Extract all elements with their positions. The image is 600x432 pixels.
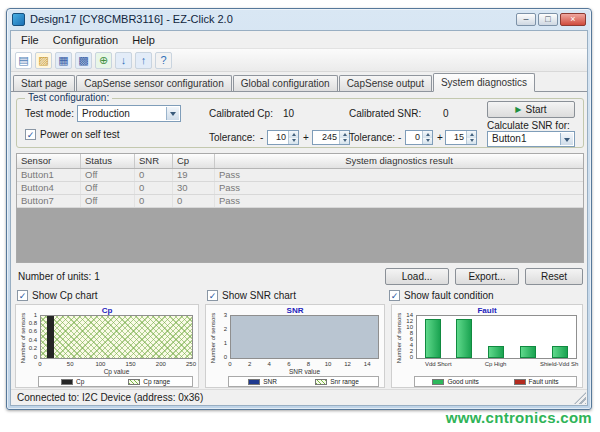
status-bar: Connected to: I2C Device (address: 0x36) <box>11 389 587 405</box>
app-window: Design17 [CY8CMBR3116] - EZ-Click 2.0 – … <box>6 8 592 410</box>
x-tick-label: 14 <box>364 361 371 367</box>
column-header[interactable]: SNR <box>135 154 173 168</box>
snr-tolerance-low-stepper[interactable]: 0 <box>405 130 433 145</box>
snr-tolerance-low-value: 0 <box>415 132 420 142</box>
snr-chart-title: SNR <box>206 306 384 315</box>
legend-swatch-icon <box>248 379 260 385</box>
cp-chart-plot <box>40 315 193 359</box>
column-header[interactable]: Status <box>81 154 135 168</box>
tab-start-page[interactable]: Start page <box>13 75 75 91</box>
table-row[interactable]: Button4Off030Pass <box>17 182 583 195</box>
start-button[interactable]: ▶ Start <box>487 101 575 118</box>
cp-tolerance-minus: - <box>260 132 263 143</box>
y-tick-label: 6 <box>392 336 413 343</box>
cp-chart-legend: CpCp range <box>38 376 193 387</box>
apply-to-device-icon[interactable]: ↓ <box>115 52 132 69</box>
spin-down-icon[interactable] <box>423 138 432 145</box>
minimize-icon[interactable]: – <box>516 13 536 26</box>
chevron-down-icon[interactable] <box>560 133 573 145</box>
legend-item: Cp range <box>128 378 170 385</box>
close-icon[interactable]: × <box>560 13 586 26</box>
snr-tolerance-label: Tolerance: <box>349 132 395 143</box>
power-on-self-test-checkbox[interactable]: ✓ Power on self test <box>25 129 119 140</box>
diagnostics-table[interactable]: SensorStatusSNRCpSystem diagnostics resu… <box>16 153 584 263</box>
calculate-snr-label: Calculate SNR for: <box>487 120 570 131</box>
maximize-icon[interactable]: □ <box>538 13 558 26</box>
cp-tolerance-high-value: 245 <box>322 132 337 142</box>
y-tick-label: 14 <box>392 312 413 319</box>
menu-bar: FileConfigurationHelp <box>11 31 587 49</box>
chevron-down-icon[interactable] <box>166 107 179 120</box>
tab-capsense-output[interactable]: CapSense output <box>339 75 432 91</box>
table-cell: 0 <box>135 195 173 207</box>
reset-button[interactable]: Reset <box>525 268 583 285</box>
cp-tolerance-high-stepper[interactable]: 245 <box>312 130 350 145</box>
column-header[interactable]: System diagnostics result <box>215 154 583 168</box>
y-tick-label: 0.2 <box>16 345 37 352</box>
open-project-icon[interactable]: ▨ <box>35 52 52 69</box>
y-tick-label: 12 <box>392 318 413 325</box>
snr-tolerance-high-stepper[interactable]: 15 <box>445 130 477 145</box>
legend-label: Cp <box>76 378 84 385</box>
save-all-icon[interactable]: ▩ <box>75 52 92 69</box>
show-fault-condition-checkbox[interactable]: ✓ Show fault condition <box>389 290 494 301</box>
test-mode-select[interactable]: Production <box>77 105 181 122</box>
cp-bar <box>47 316 54 358</box>
fault-chart-legend: Good unitsFault units <box>414 376 577 387</box>
export-button[interactable]: Export... <box>455 268 519 285</box>
tab-capsense-sensor-configuration[interactable]: CapSense sensor configuration <box>76 75 232 91</box>
titlebar[interactable]: Design17 [CY8CMBR3116] - EZ-Click 2.0 – … <box>7 9 591 29</box>
tab-global-configuration[interactable]: Global configuration <box>233 75 338 91</box>
cp-tolerance-low-stepper[interactable]: 10 <box>267 130 299 145</box>
menu-configuration[interactable]: Configuration <box>46 33 125 47</box>
y-tick-label: 1 <box>16 312 37 319</box>
window-body: FileConfigurationHelp ▤▨▦▩⊕↓↑? Start pag… <box>10 30 588 406</box>
menu-help[interactable]: Help <box>125 33 162 47</box>
snr-tolerance-plus: + <box>437 132 443 143</box>
legend-item: Good units <box>432 378 478 385</box>
resize-grip-icon[interactable] <box>574 392 586 404</box>
fault-bar <box>552 346 568 358</box>
checkmark-icon[interactable]: ✓ <box>389 290 400 301</box>
y-tick-label: 0.4 <box>16 337 37 344</box>
legend-label: SNR <box>263 378 277 385</box>
cp-chart-xlabel: Cp value <box>40 368 193 375</box>
spin-down-icon[interactable] <box>289 138 298 145</box>
read-from-device-icon[interactable]: ↑ <box>135 52 152 69</box>
table-row[interactable]: Button1Off019Pass <box>17 169 583 182</box>
toolbar: ▤▨▦▩⊕↓↑? <box>11 49 587 72</box>
show-snr-chart-label: Show SNR chart <box>222 290 296 301</box>
table-cell: Button7 <box>17 195 81 207</box>
load-button[interactable]: Load... <box>385 268 449 285</box>
show-fault-condition-label: Show fault condition <box>404 290 494 301</box>
legend-swatch-icon <box>128 379 140 385</box>
legend-swatch-icon <box>514 379 526 385</box>
spin-down-icon[interactable] <box>467 138 476 145</box>
snr-chart-xlabel: SNR value <box>230 368 379 375</box>
y-tick-label: 0 <box>16 354 37 361</box>
column-header[interactable]: Sensor <box>17 154 81 168</box>
table-row[interactable]: Button7Off00Pass <box>17 195 583 208</box>
new-project-icon[interactable]: ▤ <box>15 52 32 69</box>
table-cell: Off <box>81 169 135 181</box>
table-cell: Pass <box>215 169 583 181</box>
show-cp-chart-checkbox[interactable]: ✓ Show Cp chart <box>17 290 98 301</box>
save-project-icon[interactable]: ▦ <box>55 52 72 69</box>
spin-down-icon[interactable] <box>340 138 349 145</box>
category-label: Shield-Vdd Sh <box>540 361 578 367</box>
checkmark-icon[interactable]: ✓ <box>25 129 36 140</box>
menu-file[interactable]: File <box>14 33 46 47</box>
checkmark-icon[interactable]: ✓ <box>207 290 218 301</box>
legend-label: Snr range <box>330 378 359 385</box>
calibrated-cp-value: 10 <box>283 108 294 119</box>
show-snr-chart-checkbox[interactable]: ✓ Show SNR chart <box>207 290 296 301</box>
checkmark-icon[interactable]: ✓ <box>17 290 28 301</box>
cp-chart-title: Cp <box>16 306 198 315</box>
table-cell: 0 <box>173 195 215 207</box>
column-header[interactable]: Cp <box>173 154 215 168</box>
calculate-snr-select[interactable]: Button1 <box>487 131 575 147</box>
x-tick-label: 4 <box>268 361 271 367</box>
tab-system-diagnostics[interactable]: System diagnostics <box>433 73 535 92</box>
generate-configuration-icon[interactable]: ⊕ <box>95 52 112 69</box>
help-icon[interactable]: ? <box>155 52 172 69</box>
